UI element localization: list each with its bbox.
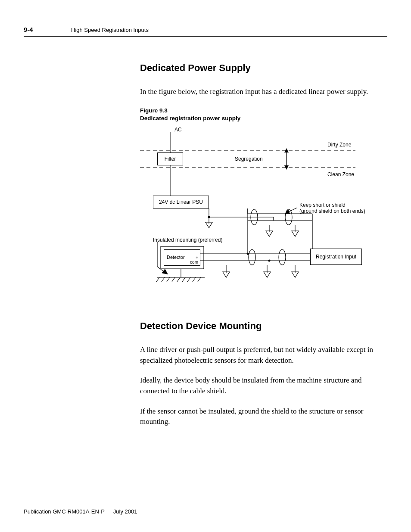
label-detector: Detector xyxy=(167,255,185,260)
svg-line-47 xyxy=(172,277,175,282)
svg-line-46 xyxy=(167,277,170,282)
main-content: Dedicated Power Supply In the figure bel… xyxy=(140,62,387,427)
svg-line-51 xyxy=(193,277,196,282)
svg-point-29 xyxy=(249,249,255,265)
svg-line-49 xyxy=(182,277,185,282)
label-com: com xyxy=(164,260,200,264)
page: 9-4 High Speed Registration Inputs Dedic… xyxy=(0,0,411,532)
page-header: 9-4 High Speed Registration Inputs xyxy=(24,26,387,37)
svg-point-38 xyxy=(268,260,271,262)
figure-diagram: AC Filter Segregation Dirty Zone Clean Z… xyxy=(140,127,381,299)
svg-line-48 xyxy=(177,277,180,282)
page-number: 9-4 xyxy=(24,26,71,33)
section-heading-2: Detection Device Mounting xyxy=(140,320,387,332)
section2-p2: Ideally, the device body should be insul… xyxy=(140,375,387,396)
svg-point-37 xyxy=(247,253,249,255)
box-filter: Filter xyxy=(157,152,183,165)
section2-p1: A line driver or push-pull output is pre… xyxy=(140,345,387,366)
section-heading-1: Dedicated Power Supply xyxy=(140,62,387,74)
section2-p3: If the sensor cannot be insulated, groun… xyxy=(140,406,387,427)
label-ac: AC xyxy=(174,127,182,133)
svg-point-11 xyxy=(208,216,210,218)
figure-title: Dedicated registration power supply xyxy=(140,115,240,121)
svg-line-45 xyxy=(162,277,165,282)
svg-point-30 xyxy=(279,249,286,265)
label-keep-short: Keep short or shield (ground shield on b… xyxy=(299,202,365,215)
box-registration-input: Registration Input xyxy=(310,249,362,265)
svg-line-44 xyxy=(156,277,159,282)
label-segregation: Segregation xyxy=(235,156,263,162)
svg-line-52 xyxy=(198,277,201,282)
label-dirty-zone: Dirty Zone xyxy=(327,142,351,148)
section1-paragraph: In the figure below, the registration in… xyxy=(140,87,387,97)
svg-line-50 xyxy=(187,277,190,282)
publication-footer: Publication GMC-RM001A-EN-P — July 2001 xyxy=(24,508,137,515)
figure-number: Figure 9.3 xyxy=(140,107,168,114)
box-psu: 24V dc Linear PSU xyxy=(153,196,209,208)
keep-short-line1: Keep short or shield xyxy=(299,202,346,208)
keep-short-line2: (ground shield on both ends) xyxy=(299,208,365,214)
chapter-title: High Speed Registration Inputs xyxy=(71,27,149,33)
svg-marker-41 xyxy=(162,269,168,274)
label-clean-zone: Clean Zone xyxy=(327,171,354,177)
label-insulated: Insulated mounting (preferred) xyxy=(153,237,222,243)
figure-label: Figure 9.3 Dedicated registration power … xyxy=(140,107,387,122)
box-detector: + Detector com xyxy=(164,249,200,266)
